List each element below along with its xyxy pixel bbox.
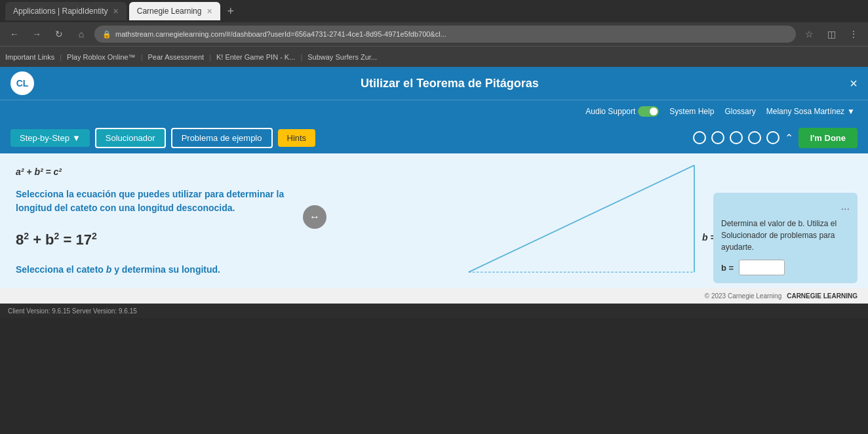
footer-brand: CARNEGIE LEARNING [787, 292, 858, 300]
b-equals-label: b = [721, 263, 734, 273]
hint-options-button[interactable]: ... [721, 201, 850, 212]
solucionador-label: Solucionador [106, 133, 155, 143]
browser-chrome: Applications | RapidIdentity × Carnegie … [0, 0, 868, 67]
b-input-row: b = [721, 260, 850, 275]
app-container: CL Utilizar el Teorema de Pitágoras × Au… [0, 67, 868, 304]
b-value-input[interactable] [739, 260, 785, 275]
done-button[interactable]: I'm Done [799, 128, 858, 148]
solucionador-button[interactable]: Solucionador [95, 128, 166, 148]
instruction-text: Selecciona la ecuación que puedes utiliz… [16, 187, 299, 215]
tab-label: Applications | RapidIdentity [13, 7, 108, 16]
system-help-label: System Help [669, 107, 714, 116]
hints-label: Hints [287, 133, 307, 143]
progress-dot-4 [748, 131, 761, 144]
reload-button[interactable]: ↻ [50, 25, 68, 43]
extensions-button[interactable]: ◫ [822, 25, 840, 43]
new-tab-button[interactable]: + [223, 3, 239, 19]
close-button[interactable]: × [850, 76, 858, 91]
problema-button[interactable]: Problema de ejemplo [171, 128, 273, 148]
equation-header: a² + b² = c² [16, 167, 299, 177]
enter-game-pin[interactable]: K! Enter Game PIN - K... [216, 53, 295, 61]
tab-close-icon[interactable]: × [207, 6, 212, 16]
back-button[interactable]: ← [5, 25, 24, 43]
copyright-text: © 2023 Carnegie Learning [705, 292, 781, 300]
user-name: Melany Sosa Martínez [766, 107, 844, 116]
left-panel: a² + b² = c² Selecciona la ecuación que … [0, 153, 315, 288]
equation-display: 82 + b2 = 172 [16, 226, 299, 254]
system-help[interactable]: System Help [669, 107, 714, 116]
tab-carnegie[interactable]: Carnegie Learning × [129, 2, 220, 20]
arrows-icon: ↔ [309, 211, 320, 223]
progress-dot-3 [730, 131, 743, 144]
done-label: I'm Done [810, 133, 846, 143]
audio-support[interactable]: Audio Support [585, 106, 659, 117]
audio-support-label: Audio Support [585, 107, 635, 116]
progress-dot-2 [711, 131, 724, 144]
tab-rapididentity[interactable]: Applications | RapidIdentity × [5, 2, 127, 20]
app-title: Utilizar el Teorema de Pitágoras [42, 77, 858, 90]
main-content: a² + b² = c² Selecciona la ecuación que … [0, 153, 868, 288]
url-bar[interactable]: 🔒 mathstream.carnegielearning.com/#/dash… [94, 26, 796, 43]
right-panel: b = ? ... Determina el valor de b. Utili… [315, 153, 868, 288]
app-footer: © 2023 Carnegie Learning CARNEGIE LEARNI… [0, 288, 868, 304]
hint-box: ... Determina el valor de b. Utiliza el … [713, 193, 858, 283]
panel-toggle-button[interactable]: ↔ [303, 205, 326, 229]
app-header: CL Utilizar el Teorema de Pitágoras × [0, 67, 868, 100]
hint-text: Determina el valor de b. Utiliza el Solu… [721, 218, 850, 253]
subway-surfers[interactable]: Subway Surfers Zur... [307, 53, 377, 61]
problema-label: Problema de ejemplo [182, 133, 262, 143]
address-bar: ← → ↻ ⌂ 🔒 mathstream.carnegielearning.co… [0, 22, 868, 46]
progress-dot-5 [766, 131, 779, 144]
menu-button[interactable]: ⋮ [844, 25, 863, 43]
audio-toggle[interactable] [638, 106, 659, 117]
tab-label: Carnegie Learning [137, 7, 202, 16]
glossary[interactable]: Glossary [724, 107, 755, 116]
forward-button[interactable]: → [28, 25, 46, 43]
bookmark-button[interactable]: ☆ [800, 25, 818, 43]
important-links[interactable]: Important Links [5, 53, 54, 61]
home-button[interactable]: ⌂ [72, 25, 90, 43]
toolbar-nav: Step-by-Step ▼ Solucionador Problema de … [0, 122, 868, 153]
glossary-label: Glossary [724, 107, 755, 116]
app-subheader: Audio Support System Help Glossary Melan… [0, 100, 868, 122]
lock-icon: 🔒 [102, 30, 111, 39]
svg-line-0 [469, 165, 694, 272]
progress-dot-1 [693, 131, 706, 144]
toggle-knob [650, 108, 658, 115]
url-text: mathstream.carnegielearning.com/#/dashbo… [115, 30, 446, 38]
cl-logo: CL [10, 71, 34, 95]
step-by-step-button[interactable]: Step-by-Step ▼ [10, 129, 90, 147]
tab-bar: Applications | RapidIdentity × Carnegie … [0, 0, 868, 22]
play-roblox[interactable]: Play Roblox Online™ [67, 53, 136, 61]
pear-assessment[interactable]: Pear Assessment [148, 53, 204, 61]
chevron-up-icon[interactable]: ⌃ [785, 132, 793, 144]
hints-button[interactable]: Hints [278, 129, 316, 147]
version-bar: Client Version: 9.6.15 Server Version: 9… [0, 304, 868, 318]
user-menu[interactable]: Melany Sosa Martínez ▼ [766, 107, 855, 116]
progress-dots: ⌃ [693, 131, 793, 144]
version-text: Client Version: 9.6.15 Server Version: 9… [8, 307, 137, 315]
secondary-instruction: Selecciona el cateto b y determina su lo… [16, 264, 299, 275]
bookmarks-toolbar: Important Links | Play Roblox Online™ | … [0, 46, 868, 67]
tab-close-icon[interactable]: × [113, 6, 119, 16]
step-by-step-label: Step-by-Step [20, 133, 69, 143]
user-chevron-icon: ▼ [847, 107, 855, 116]
step-by-step-chevron-icon: ▼ [72, 133, 81, 143]
